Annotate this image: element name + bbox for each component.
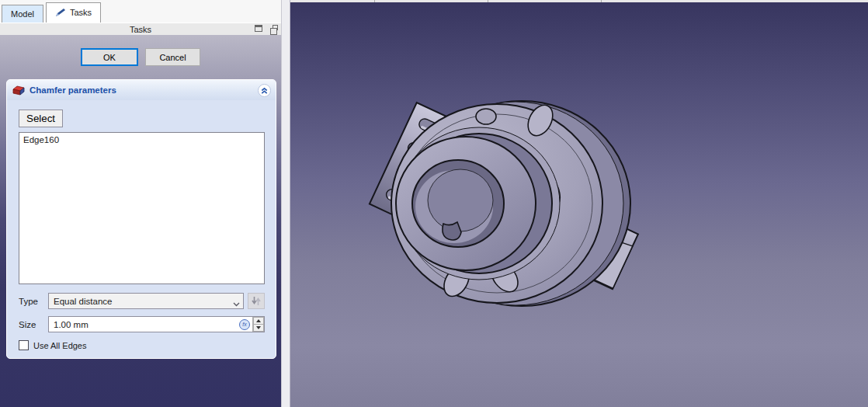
- select-button[interactable]: Select: [19, 110, 63, 127]
- edge-list[interactable]: Edge160: [19, 132, 265, 284]
- chamfer-group-title: Chamfer parameters: [25, 85, 258, 95]
- type-combobox-value: Equal distance: [54, 297, 233, 306]
- ok-button[interactable]: OK: [81, 48, 138, 66]
- swap-arrows-icon: [252, 296, 261, 306]
- task-dock-panel: Model Tasks Tasks OK: [0, 0, 281, 407]
- panel-splitter[interactable]: [281, 0, 290, 407]
- type-combobox[interactable]: Equal distance: [48, 293, 244, 309]
- dialog-buttons: OK Cancel: [0, 48, 281, 66]
- bore-and-keyway: [412, 160, 504, 247]
- size-row: Size 1.00 mm fx: [19, 316, 265, 332]
- tab-tasks-label: Tasks: [70, 8, 92, 17]
- cad-part-flanged-shaft: [290, 0, 868, 407]
- size-spinner: [252, 317, 264, 332]
- size-label: Size: [19, 320, 48, 329]
- edge-list-item[interactable]: Edge160: [19, 133, 264, 147]
- triangle-down-icon: [256, 326, 261, 329]
- size-input-value: 1.00 mm: [49, 320, 239, 329]
- freecad-window: Model Tasks Tasks OK: [0, 0, 868, 407]
- triangle-up-icon: [256, 319, 261, 322]
- use-all-edges-row: Use All Edges: [19, 340, 265, 350]
- task-panel-body: OK Cancel Chamfer parameters: [0, 35, 281, 407]
- collapse-group-button[interactable]: [258, 84, 271, 97]
- tab-tasks[interactable]: Tasks: [46, 2, 101, 23]
- chevron-down-icon: [233, 299, 240, 304]
- swap-arrows-button[interactable]: [248, 293, 265, 309]
- double-chevron-up-icon: [260, 86, 269, 95]
- toolbar-edge-strip: [290, 0, 868, 2]
- use-all-edges-checkbox[interactable]: [19, 340, 29, 350]
- spin-down-button[interactable]: [253, 324, 264, 332]
- chamfer-parameters-group: Chamfer parameters Select Edge160: [6, 79, 276, 359]
- 3d-viewport[interactable]: [290, 0, 868, 407]
- fx-formula-icon[interactable]: fx: [239, 319, 250, 330]
- undock-icon[interactable]: [269, 25, 278, 33]
- dock-tabbar: Model Tasks: [0, 0, 281, 23]
- type-row: Type Equal distance: [19, 293, 265, 309]
- type-label: Type: [19, 297, 48, 306]
- float-window-icon[interactable]: [255, 25, 263, 33]
- cancel-button[interactable]: Cancel: [145, 48, 200, 66]
- use-all-edges-label: Use All Edges: [33, 341, 86, 350]
- chamfer-group-body: Select Edge160 Type Equal distance: [7, 100, 276, 358]
- tab-model-label: Model: [11, 9, 34, 19]
- dock-title: Tasks: [0, 25, 281, 34]
- chamfer-group-header: Chamfer parameters: [7, 80, 276, 100]
- pen-icon: [55, 8, 66, 17]
- chamfer-cube-icon: [12, 85, 25, 96]
- tab-model[interactable]: Model: [2, 5, 43, 23]
- size-input[interactable]: 1.00 mm fx: [48, 316, 265, 332]
- spin-up-button[interactable]: [253, 317, 264, 324]
- dock-titlebar: Tasks: [0, 23, 281, 35]
